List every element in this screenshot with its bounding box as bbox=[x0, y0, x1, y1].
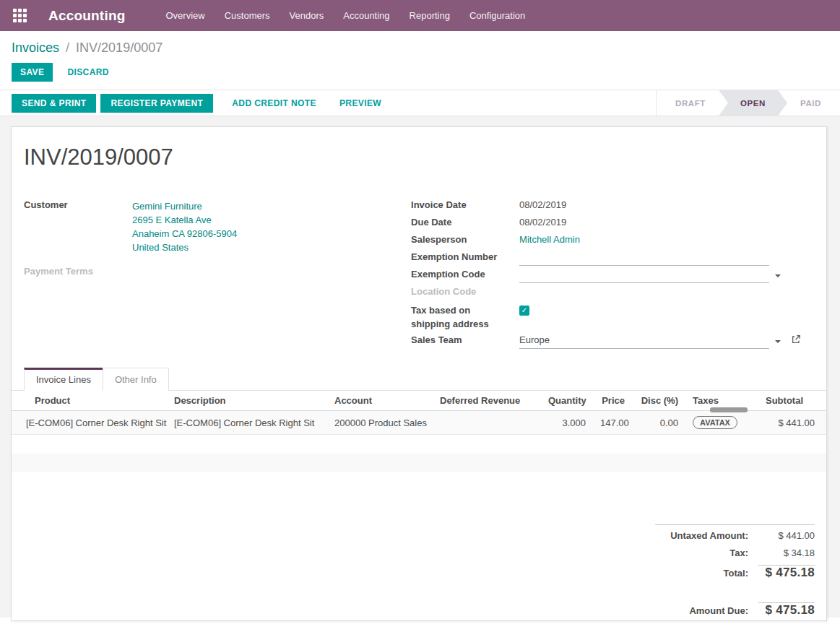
salesperson-link[interactable]: Mitchell Admin bbox=[519, 234, 580, 245]
tab-invoice-lines[interactable]: Invoice Lines bbox=[24, 368, 103, 391]
customer-address-line1[interactable]: 2695 E Katella Ave bbox=[132, 215, 212, 225]
salesperson-label: Salesperson bbox=[411, 233, 519, 245]
notebook: Invoice Lines Other Info Product Descrip… bbox=[12, 368, 826, 491]
tax-shipping-checkbox[interactable]: ✓ bbox=[519, 306, 529, 316]
empty-row bbox=[12, 472, 826, 491]
content-area: INV/2019/0007 Customer Gemini Furniture … bbox=[0, 116, 840, 618]
save-button[interactable]: SAVE bbox=[12, 63, 53, 82]
total-row: Total: $ 475.18 bbox=[655, 566, 815, 583]
status-step-paid[interactable]: PAID bbox=[781, 90, 840, 116]
total-label: Total: bbox=[655, 568, 758, 579]
col-header-account[interactable]: Account bbox=[327, 391, 433, 411]
col-header-price[interactable]: Price bbox=[593, 391, 632, 411]
amount-due-block: Amount Due: $ 475.18 bbox=[655, 602, 815, 620]
invoice-date-value[interactable]: 08/02/2019 bbox=[519, 198, 814, 210]
sales-team-dropdown-caret-icon[interactable] bbox=[775, 340, 781, 343]
register-payment-button[interactable]: REGISTER PAYMENT bbox=[100, 94, 213, 113]
salesperson-field: Salesperson Mitchell Admin bbox=[411, 233, 814, 250]
control-panel: Invoices / INV/2019/0007 SAVE DISCARD bbox=[0, 31, 840, 82]
customer-name-link[interactable]: Gemini Furniture bbox=[132, 201, 202, 212]
horizontal-scrollbar-thumb[interactable] bbox=[710, 407, 748, 412]
customer-label: Customer bbox=[24, 198, 132, 210]
invoice-line-row: [E-COM06] Corner Desk Right Sit [E-COM06… bbox=[12, 411, 826, 435]
due-date-value[interactable]: 08/02/2019 bbox=[519, 215, 814, 228]
send-print-button[interactable]: SEND & PRINT bbox=[12, 94, 96, 113]
cell-product[interactable]: [E-COM06] Corner Desk Right Sit bbox=[12, 411, 167, 435]
payment-terms-field: Payment Terms bbox=[24, 264, 411, 282]
invoice-form-sheet: INV/2019/0007 Customer Gemini Furniture … bbox=[11, 126, 827, 621]
app-title[interactable]: Accounting bbox=[48, 8, 126, 24]
untaxed-amount-value: $ 441.00 bbox=[758, 530, 815, 541]
status-step-open[interactable]: OPEN bbox=[719, 90, 787, 116]
nav-item-accounting[interactable]: Accounting bbox=[343, 10, 389, 21]
payment-terms-value[interactable] bbox=[132, 264, 411, 266]
nav-item-vendors[interactable]: Vendors bbox=[290, 10, 324, 21]
left-field-column: Customer Gemini Furniture 2695 E Katella… bbox=[24, 198, 411, 350]
totals-section: Untaxed Amount: $ 441.00 Tax: $ 34.18 To… bbox=[12, 524, 826, 620]
customer-address-line2[interactable]: Anaheim CA 92806-5904 bbox=[132, 228, 237, 239]
amount-due-label: Amount Due: bbox=[655, 605, 758, 616]
col-header-disc[interactable]: Disc (%) bbox=[632, 391, 685, 411]
cell-deferred-revenue[interactable] bbox=[433, 411, 541, 435]
invoice-lines-page: Product Description Account Deferred Rev… bbox=[12, 391, 826, 491]
sales-team-input[interactable]: Europe bbox=[519, 334, 769, 349]
invoice-lines-table: Product Description Account Deferred Rev… bbox=[12, 391, 826, 491]
amount-due-value: $ 475.18 bbox=[758, 603, 815, 618]
avatax-badge[interactable]: AVATAX bbox=[693, 416, 737, 429]
exemption-code-dropdown-caret-icon[interactable] bbox=[775, 274, 781, 277]
discard-button[interactable]: DISCARD bbox=[63, 64, 113, 81]
cell-discount[interactable]: 0.00 bbox=[632, 411, 685, 435]
due-date-field: Due Date 08/02/2019 bbox=[411, 215, 814, 233]
header-fields-group: Customer Gemini Furniture 2695 E Katella… bbox=[24, 198, 814, 350]
breadcrumb-invoices-link[interactable]: Invoices bbox=[12, 40, 59, 55]
col-header-deferred-revenue[interactable]: Deferred Revenue bbox=[433, 391, 541, 411]
customer-value: Gemini Furniture 2695 E Katella Ave Anah… bbox=[132, 198, 411, 254]
col-header-subtotal[interactable]: Subtotal bbox=[756, 391, 826, 411]
untaxed-amount-label: Untaxed Amount: bbox=[655, 530, 758, 541]
col-header-quantity[interactable]: Quantity bbox=[541, 391, 593, 411]
preview-button[interactable]: PREVIEW bbox=[335, 95, 386, 112]
breadcrumb: Invoices / INV/2019/0007 bbox=[12, 40, 828, 56]
invoice-number-title: INV/2019/0007 bbox=[24, 144, 814, 170]
tab-other-info[interactable]: Other Info bbox=[103, 368, 169, 391]
tax-shipping-label: Tax based on shipping address bbox=[411, 302, 519, 331]
tax-row: Tax: $ 34.18 bbox=[655, 547, 815, 565]
tax-label: Tax: bbox=[655, 547, 758, 558]
exemption-number-input[interactable] bbox=[519, 251, 769, 266]
customer-field: Customer Gemini Furniture 2695 E Katella… bbox=[24, 198, 411, 254]
col-header-product[interactable]: Product bbox=[12, 391, 167, 411]
statusbar-actions: SEND & PRINT REGISTER PAYMENT ADD CREDIT… bbox=[12, 94, 386, 113]
location-code-label: Location Code bbox=[411, 285, 519, 297]
empty-row bbox=[12, 435, 826, 454]
right-field-column: Invoice Date 08/02/2019 Due Date 08/02/2… bbox=[411, 198, 814, 350]
breadcrumb-separator: / bbox=[66, 40, 69, 55]
due-date-label: Due Date bbox=[411, 215, 519, 228]
exemption-code-label: Exemption Code bbox=[411, 267, 519, 280]
cell-quantity[interactable]: 3.000 bbox=[541, 411, 593, 435]
add-credit-note-button[interactable]: ADD CREDIT NOTE bbox=[228, 95, 321, 112]
cell-account[interactable]: 200000 Product Sales bbox=[327, 411, 433, 435]
apps-grid-icon[interactable] bbox=[13, 9, 27, 22]
cell-price[interactable]: 147.00 bbox=[593, 411, 632, 435]
customer-country[interactable]: United States bbox=[132, 242, 189, 253]
cell-subtotal[interactable]: $ 441.00 bbox=[756, 411, 826, 435]
status-step-draft[interactable]: DRAFT bbox=[657, 90, 724, 116]
col-header-description[interactable]: Description bbox=[167, 391, 327, 411]
exemption-code-input[interactable] bbox=[519, 269, 769, 283]
location-code-value[interactable] bbox=[519, 285, 814, 286]
nav-item-configuration[interactable]: Configuration bbox=[469, 10, 525, 21]
cell-taxes[interactable]: AVATAX bbox=[685, 411, 756, 435]
cell-description[interactable]: [E-COM06] Corner Desk Right Sit bbox=[167, 411, 327, 435]
sales-team-external-link-icon[interactable] bbox=[791, 334, 801, 347]
exemption-number-label: Exemption Number bbox=[411, 250, 519, 262]
nav-item-overview[interactable]: Overview bbox=[166, 10, 205, 21]
breadcrumb-current: INV/2019/0007 bbox=[76, 40, 163, 55]
tax-shipping-field: Tax based on shipping address ✓ bbox=[411, 302, 814, 333]
status-widget: DRAFT OPEN PAID bbox=[656, 90, 840, 116]
nav-item-customers[interactable]: Customers bbox=[225, 10, 270, 21]
invoice-date-field: Invoice Date 08/02/2019 bbox=[411, 198, 814, 215]
tab-bar: Invoice Lines Other Info bbox=[12, 368, 826, 391]
tax-value: $ 34.18 bbox=[758, 547, 815, 558]
nav-item-reporting[interactable]: Reporting bbox=[410, 10, 450, 21]
exemption-number-field: Exemption Number bbox=[411, 250, 814, 267]
